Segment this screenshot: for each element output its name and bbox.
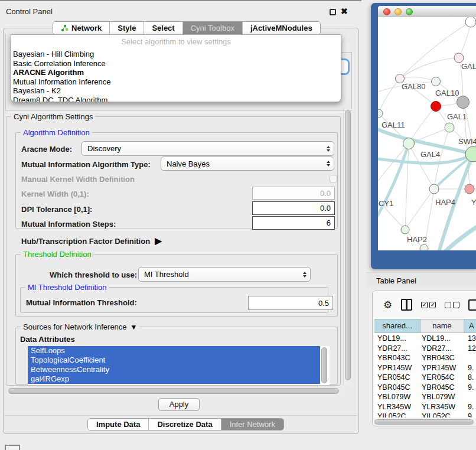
aracne-mode-combobox[interactable]: Discovery xyxy=(81,141,334,156)
network-node-label: GAL10 xyxy=(435,89,459,97)
close-traffic-light-icon[interactable] xyxy=(383,8,390,15)
mi-steps-value: 6 xyxy=(327,219,331,227)
table-cell: YBL079W xyxy=(374,392,420,402)
table-cell: YDL19... xyxy=(374,334,420,344)
column-header-shared-name[interactable]: shared... xyxy=(374,319,420,332)
mi-algorithm-type-combobox[interactable]: Naive Bayes xyxy=(161,156,334,171)
mi-threshold-field[interactable]: 0.5 xyxy=(248,296,333,310)
column-header-clipped[interactable]: A xyxy=(464,319,476,332)
data-attribute-item[interactable]: TopologicalCoefficient xyxy=(28,356,320,365)
mi-threshold-definition-title: MI Threshold Definition xyxy=(25,283,109,292)
algorithm-option[interactable]: ARACNE Algorithm xyxy=(12,68,340,77)
column-layout-icon[interactable] xyxy=(401,299,412,311)
table-cell: YBR045C xyxy=(420,383,464,393)
network-window-titlebar[interactable] xyxy=(378,6,476,17)
algorithm-option[interactable]: Bayesian - Hill Climbing xyxy=(12,50,340,59)
network-node[interactable] xyxy=(457,96,470,109)
settings-vertical-scrollbar-thumb[interactable] xyxy=(345,110,351,380)
which-threshold-label: Which threshold to use: xyxy=(50,270,137,279)
algorithm-option[interactable]: Bayesian - K2 xyxy=(12,86,340,96)
dpi-tolerance-label: DPI Tolerance [0,1]: xyxy=(21,205,92,214)
collapsed-arrow-icon[interactable]: ▶ xyxy=(155,236,162,246)
settings-horizontal-scrollbar-thumb[interactable] xyxy=(8,388,339,394)
table-cell: 9. xyxy=(464,383,476,393)
network-view-window[interactable]: GALGAL80GAL10GAL1GAL11GAL4SWI4GCY1HAP4YH… xyxy=(371,3,476,269)
bottom-corner-widget[interactable] xyxy=(5,445,20,450)
tab-select[interactable]: Select xyxy=(144,22,182,34)
settings-vertical-scrollbar[interactable] xyxy=(343,108,352,386)
data-attribute-item[interactable]: gal4RGexp xyxy=(28,374,320,384)
algorithm-option[interactable]: Dream8 DC_TDC Algorithm xyxy=(12,96,340,103)
network-node[interactable] xyxy=(432,77,441,86)
float-panel-icon[interactable] xyxy=(330,9,336,15)
minimize-traffic-light-icon[interactable] xyxy=(395,8,402,15)
network-node[interactable] xyxy=(401,226,409,234)
network-node[interactable] xyxy=(431,102,441,112)
mi-algorithm-type-label: Mutual Information Algorithm Type: xyxy=(21,160,151,169)
tab-infer-network[interactable]: Infer Network xyxy=(221,419,283,430)
table-row[interactable]: YBL079WYBL079W xyxy=(374,392,476,402)
tab-cyni-toolbox[interactable]: Cyni Toolbox xyxy=(183,22,243,34)
network-node[interactable] xyxy=(445,123,454,132)
dpi-tolerance-field[interactable]: 0.0 xyxy=(252,201,335,215)
table-horizontal-scrollbar-thumb[interactable] xyxy=(374,419,474,425)
tab-jactivemnodules[interactable]: jActiveMNodules xyxy=(243,22,320,34)
attributes-list-scrollbar[interactable] xyxy=(321,347,328,384)
tab-impute-data[interactable]: Impute Data xyxy=(88,419,149,430)
table-cell: YBL079W xyxy=(420,392,464,402)
hub-definition-expander[interactable]: Hub/Transcription Factor Definition ▶ xyxy=(21,236,162,246)
tab-network[interactable]: Network xyxy=(53,22,110,34)
table-cell: YDL19... xyxy=(420,334,464,344)
kernel-width-field[interactable]: 0.0 xyxy=(252,187,335,200)
algorithm-option[interactable]: Mutual Information Inference xyxy=(12,77,340,87)
close-icon[interactable]: ✖ xyxy=(341,6,348,16)
select-all-columns-icon[interactable]: ✓ ✓ xyxy=(421,302,436,308)
network-node-label: GAL xyxy=(461,62,476,71)
cyni-mode-tabbar: Impute Data Discretize Data Infer Networ… xyxy=(87,418,284,431)
table-row[interactable]: YPR145WYPR145W9. xyxy=(374,363,476,373)
table-cell: YLR345W xyxy=(420,402,464,412)
network-canvas[interactable]: GALGAL80GAL10GAL1GAL11GAL4SWI4GCY1HAP4YH… xyxy=(378,17,476,250)
table-cell: YPR145W xyxy=(374,363,420,373)
table-row[interactable]: YIL052CYIL052C9 xyxy=(374,412,476,418)
manual-kernel-width-label: Manual Kernel Width Definition xyxy=(21,175,135,184)
apply-button[interactable]: Apply xyxy=(158,398,200,411)
which-threshold-combobox[interactable]: MI Threshold xyxy=(138,267,311,282)
attributes-list-scrollbar-thumb[interactable] xyxy=(321,347,327,383)
mi-steps-field[interactable]: 6 xyxy=(252,216,335,230)
tab-style[interactable]: Style xyxy=(110,22,144,34)
table-row[interactable]: YDL19...YDL19...13 xyxy=(374,334,476,344)
column-header-name[interactable]: name xyxy=(420,319,464,332)
table-horizontal-scrollbar[interactable] xyxy=(374,419,476,426)
gear-icon[interactable]: ⚙ xyxy=(383,299,392,311)
tab-discretize-data[interactable]: Discretize Data xyxy=(149,419,221,430)
tab-select-label: Select xyxy=(152,24,174,32)
deselect-all-columns-icon[interactable] xyxy=(445,302,459,308)
export-table-icon[interactable] xyxy=(468,299,476,311)
network-node[interactable] xyxy=(454,53,464,63)
zoom-traffic-light-icon[interactable] xyxy=(406,8,413,15)
groupbox-fragment-left xyxy=(5,34,6,110)
table-rows[interactable]: YDL19...YDL19...13YDR27...YDR27...12YBR0… xyxy=(374,334,476,418)
table-row[interactable]: YBR045CYBR045C9. xyxy=(374,383,476,393)
table-row[interactable]: YDR27...YDR27...12 xyxy=(374,344,476,354)
hub-definition-label: Hub/Transcription Factor Definition xyxy=(21,237,150,246)
data-attribute-item[interactable]: SelfLoops xyxy=(28,346,320,356)
manual-kernel-width-checkbox[interactable] xyxy=(330,175,337,182)
table-row[interactable]: YER054CYER054C8. xyxy=(374,373,476,383)
network-node[interactable] xyxy=(403,138,415,149)
network-node[interactable] xyxy=(465,184,474,194)
expanded-arrow-icon[interactable]: ▼ xyxy=(131,323,138,331)
algorithm-option[interactable]: Basic Correlation Inference xyxy=(12,59,340,69)
network-node[interactable] xyxy=(420,244,428,250)
table-row[interactable]: YLR345WYLR345W9. xyxy=(374,402,476,412)
network-node[interactable] xyxy=(429,184,439,194)
settings-horizontal-scrollbar[interactable] xyxy=(7,387,341,394)
data-attribute-item[interactable]: BetweennessCentrality xyxy=(28,365,320,374)
data-attributes-list[interactable]: SelfLoopsTopologicalCoefficientBetweenne… xyxy=(28,346,330,385)
sources-group-title[interactable]: Sources for Network Inference▼ xyxy=(21,322,139,331)
network-node[interactable] xyxy=(378,109,383,118)
table-cell: YER054C xyxy=(374,373,420,383)
table-row[interactable]: YBR043CYBR043C xyxy=(374,353,476,363)
network-node[interactable] xyxy=(465,17,476,27)
